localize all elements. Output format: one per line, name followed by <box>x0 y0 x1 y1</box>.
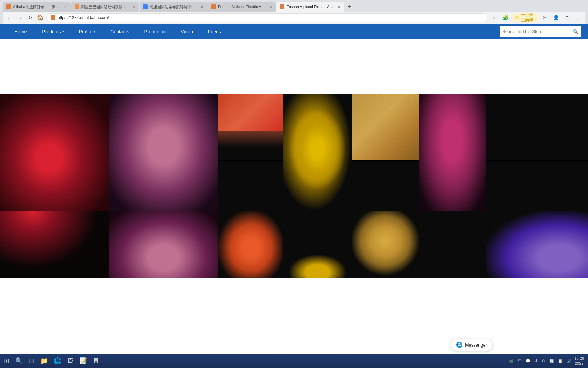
address-field[interactable]: https://1234.en.alibaba.com/ <box>46 13 488 22</box>
search-icon: 🔍 <box>573 29 578 34</box>
profile-chevron-icon: ▾ <box>94 30 95 33</box>
tray-shield-icon[interactable]: 🛡 <box>517 359 523 363</box>
search-input[interactable] <box>502 29 571 34</box>
tab-1[interactable]: Alibaba制造商目录——供应商... × <box>3 2 71 12</box>
tab-close-5[interactable]: × <box>337 4 341 10</box>
tray-settings-icon[interactable]: ⚙ <box>540 359 546 363</box>
taskbar-time: 10:28 2022 <box>574 356 584 366</box>
messenger-icon: 💬 <box>456 342 462 348</box>
tab-close-2[interactable]: × <box>132 4 136 10</box>
refresh-button[interactable]: ↻ <box>26 14 34 22</box>
taskbar-date: 2022 <box>574 361 584 366</box>
nav-home[interactable]: Home <box>7 24 34 39</box>
bookmark-star-icon[interactable]: ☆ <box>490 13 500 22</box>
product-gallery <box>0 94 588 278</box>
messenger-label: Messenger <box>465 342 487 348</box>
tab-title-1: Alibaba制造商目录——供应商... <box>13 4 61 10</box>
tab-close-3[interactable]: × <box>200 4 204 10</box>
tab-title-2: 阿里巴巴国际站旺铺装修教程... <box>81 4 130 10</box>
tab-5[interactable]: Foshan Alpicool Electric App... × <box>276 2 344 12</box>
start-button[interactable]: ⊞ <box>1 355 12 367</box>
home-button[interactable]: 🏠 <box>36 14 44 22</box>
tab-close-1[interactable]: × <box>63 4 67 10</box>
tray-refresh-icon[interactable]: 🔄 <box>548 359 555 363</box>
nav-products[interactable]: Products ▾ <box>34 24 71 39</box>
gallery-cell-yellow-small <box>283 211 352 278</box>
tab-title-5: Foshan Alpicool Electric App... <box>287 5 335 9</box>
more-tools-icon[interactable]: ⋮ <box>573 13 583 22</box>
gallery-cell-dark-red <box>0 211 109 278</box>
tab-title-3: 阿里国际站瀑布流滑动特效代... <box>150 4 198 10</box>
calculator-button[interactable]: 🖩 <box>91 355 102 367</box>
forward-button[interactable]: → <box>16 14 24 22</box>
tray-clipboard-icon[interactable]: 📋 <box>557 359 564 363</box>
nav-feeds[interactable]: Feeds <box>200 24 229 39</box>
gallery-cell-orange-flower <box>218 211 283 278</box>
nav-video[interactable]: Video <box>173 24 200 39</box>
scissors-icon[interactable]: ✂ <box>540 13 550 22</box>
tab-favicon-2 <box>75 4 79 9</box>
site-nav: Home Products ▾ Profile ▾ Contacts Promo… <box>0 24 588 39</box>
browser-taskbar-button[interactable]: 🌐 <box>51 355 64 367</box>
address-favicon <box>51 15 55 20</box>
tabs-row: Alibaba制造商目录——供应商... × 阿里巴巴国际站旺铺装修教程... … <box>3 2 585 12</box>
hero-white-space <box>0 39 588 94</box>
search-button[interactable]: 🔍 <box>13 355 26 367</box>
address-bar: ← → ↻ 🏠 https://1234.en.alibaba.com/ ☆ 🧩… <box>3 12 585 24</box>
nav-contacts-label: Contacts <box>110 29 129 34</box>
gallery-cell-pink-bottom <box>109 211 218 278</box>
nav-contacts[interactable]: Contacts <box>103 24 136 39</box>
bottom-spacer <box>0 278 588 312</box>
tab-favicon-5 <box>280 4 284 9</box>
address-url: https://1234.en.alibaba.com/ <box>58 15 109 20</box>
taskview-button[interactable]: ⊟ <box>26 355 37 367</box>
gallery-cell-grain-top <box>352 94 419 160</box>
tray-video-icon[interactable]: 📹 <box>508 359 515 363</box>
assistant-button[interactable]: ✨ 一秒美工助手 <box>512 13 539 22</box>
gallery-cell-yellow-flowers <box>283 94 352 211</box>
notepad-button[interactable]: 📝 <box>77 355 90 367</box>
tab-favicon-4 <box>211 4 216 9</box>
gallery-cell-black-4 <box>486 161 588 211</box>
photoshop-button[interactable]: 🖼 <box>65 355 76 367</box>
assistant-icon: ✨ <box>514 15 520 20</box>
gallery-cell-red-flower-large <box>0 94 109 211</box>
tab-2[interactable]: 阿里巴巴国际站旺铺装修教程... × <box>71 2 139 12</box>
explorer-button[interactable]: 📁 <box>37 355 50 367</box>
gallery-cell-purple-flower <box>486 211 588 278</box>
tab-title-4: Foshan Alpicool Electric App... <box>218 5 266 9</box>
tab-close-4[interactable]: × <box>268 4 273 10</box>
gallery-cell-black-2 <box>218 161 283 211</box>
store-search[interactable]: 🔍 <box>500 26 581 37</box>
gallery-cell-black-5 <box>419 211 486 278</box>
tab-favicon-1 <box>6 4 11 9</box>
taskbar-clock: 10:28 <box>574 356 584 361</box>
nav-feeds-label: Feeds <box>208 29 221 34</box>
gallery-cell-pink-flower <box>109 94 218 211</box>
messenger-button[interactable]: 💬 Messenger <box>451 339 493 351</box>
nav-profile[interactable]: Profile ▾ <box>71 24 103 39</box>
tab-4[interactable]: Foshan Alpicool Electric App... × <box>208 2 276 12</box>
gallery-cell-round-grain <box>352 211 419 278</box>
nav-video-label: Video <box>181 29 193 34</box>
tray-download-icon[interactable]: ⬇ <box>533 359 539 363</box>
tab-3[interactable]: 阿里国际站瀑布流滑动特效代... × <box>140 2 208 12</box>
nav-profile-label: Profile <box>79 29 93 34</box>
back-button[interactable]: ← <box>5 14 14 22</box>
tray-chat-icon[interactable]: 💬 <box>524 359 532 363</box>
extension-icon[interactable]: 🧩 <box>501 13 510 22</box>
taskbar: ⊞ 🔍 ⊟ 📁 🌐 🖼 📝 🖩 📹 🛡 💬 ⬇ ⚙ 🔄 📋 🔊 10:28 20… <box>0 354 588 368</box>
taskbar-tray: 📹 🛡 💬 ⬇ ⚙ 🔄 📋 🔊 10:28 2022 <box>505 356 587 366</box>
products-chevron-icon: ▾ <box>62 30 64 33</box>
browser-chrome: Alibaba制造商目录——供应商... × 阿里巴巴国际站旺铺装修教程... … <box>0 0 588 24</box>
new-tab-button[interactable]: + <box>345 2 354 12</box>
tray-sound-icon[interactable]: 🔊 <box>566 359 573 363</box>
shield-icon[interactable]: 🛡 <box>562 13 572 22</box>
nav-home-label: Home <box>14 29 27 34</box>
nav-promotion[interactable]: Promotion <box>137 24 174 39</box>
gallery-cell-purple-red-flower <box>419 94 486 211</box>
profile-menu-icon[interactable]: 👤 <box>551 13 561 22</box>
nav-products-label: Products <box>42 29 61 34</box>
assistant-label: 一秒美工助手 <box>521 12 536 24</box>
gallery-cell-red-top <box>218 94 283 160</box>
